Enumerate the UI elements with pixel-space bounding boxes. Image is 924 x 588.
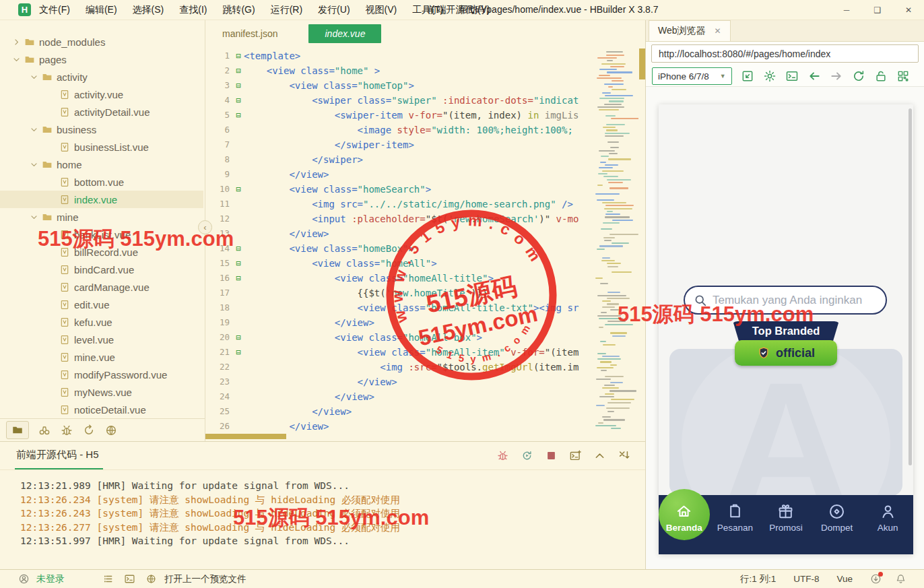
- sidebar-collapse-handle[interactable]: ‹: [198, 220, 212, 234]
- tree-item-level.vue[interactable]: level.vue: [0, 331, 203, 348]
- nav-item-Dompet[interactable]: Dompet: [812, 495, 863, 554]
- nav-item-Akun[interactable]: Akun: [862, 495, 913, 554]
- line-number: 22: [205, 360, 233, 374]
- fold-marker[interactable]: ⊟: [233, 48, 244, 63]
- globe-tool-icon[interactable]: [104, 424, 118, 437]
- bug-icon[interactable]: [496, 449, 509, 462]
- unlock-icon[interactable]: [874, 69, 888, 83]
- fold-marker[interactable]: ⊟: [233, 182, 244, 197]
- fold-marker[interactable]: ⊟: [233, 345, 244, 360]
- menu-item[interactable]: 文件(F): [39, 4, 70, 16]
- minimize-button[interactable]: ─: [831, 0, 862, 20]
- language-mode[interactable]: Vue: [836, 574, 853, 584]
- menu-item[interactable]: 编辑(E): [86, 4, 117, 16]
- bell-icon[interactable]: [895, 573, 906, 585]
- tree-item-noticeDetail.vue[interactable]: noticeDetail.vue: [0, 401, 203, 418]
- sync-tool-icon[interactable]: [82, 424, 96, 437]
- terminal-icon[interactable]: [124, 573, 135, 585]
- fold-marker[interactable]: ⊟: [233, 63, 244, 78]
- refresh-icon[interactable]: [852, 69, 865, 83]
- fold-marker[interactable]: ⊟: [233, 330, 244, 345]
- menu-item[interactable]: 视图(V): [366, 4, 397, 16]
- chevron-up-icon[interactable]: [593, 449, 606, 462]
- open-last-preview[interactable]: 打开上一个预览文件: [164, 573, 246, 585]
- tree-item-activity[interactable]: activity: [0, 68, 203, 86]
- tree-item-cardManage.vue[interactable]: cardManage.vue: [0, 278, 203, 296]
- login-status[interactable]: 未登录: [36, 573, 65, 585]
- nav-item-Beranda[interactable]: Beranda: [659, 495, 710, 554]
- minimap[interactable]: [593, 48, 638, 434]
- tree-item-businessList.vue[interactable]: businessList.vue: [0, 138, 203, 156]
- minimap-line: [611, 399, 634, 400]
- tree-item-mine[interactable]: mine: [0, 208, 203, 226]
- tree-item-bindCard.vue[interactable]: bindCard.vue: [0, 261, 203, 278]
- console-output[interactable]: 12:13:21.989 [HMR] Waiting for update si…: [0, 470, 645, 569]
- tree-item-activityDetail.vue[interactable]: activityDetail.vue: [0, 103, 203, 121]
- official-pill[interactable]: official: [735, 340, 837, 366]
- tree-item-index.vue[interactable]: index.vue: [0, 191, 203, 208]
- fold-marker[interactable]: ⊟: [233, 78, 244, 93]
- tree-item-modifyPassword.vue[interactable]: modifyPassword.vue: [0, 366, 203, 383]
- globe-icon[interactable]: [145, 573, 157, 585]
- tree-item-bankList.vue[interactable]: bankList.vue: [0, 226, 203, 243]
- tree-item-activity.vue[interactable]: activity.vue: [0, 86, 203, 103]
- browser-tab[interactable]: Web浏览器 ✕: [649, 20, 731, 41]
- stop-icon[interactable]: [545, 449, 558, 462]
- fold-marker[interactable]: ⊟: [233, 241, 244, 256]
- device-selector[interactable]: iPhone 6/7/8 ▼: [652, 67, 732, 85]
- tree-item-edit.vue[interactable]: edit.vue: [0, 296, 203, 313]
- fold-marker[interactable]: ⊟: [233, 256, 244, 271]
- close-button[interactable]: ✕: [893, 0, 924, 20]
- fold-marker[interactable]: ⊟: [233, 271, 244, 286]
- browser-tab-close-icon[interactable]: ✕: [715, 26, 721, 36]
- account-icon[interactable]: [18, 573, 30, 585]
- editor-horizontal-scrollbar[interactable]: [205, 434, 286, 439]
- tree-item-node_modules[interactable]: node_modules: [0, 33, 203, 51]
- x-down-icon[interactable]: [618, 449, 630, 462]
- menu-item[interactable]: 运行(R): [271, 4, 302, 16]
- editor-tab-index.vue[interactable]: index.vue: [308, 24, 381, 43]
- url-input[interactable]: [651, 44, 919, 63]
- terminal-icon[interactable]: [785, 69, 799, 83]
- maximize-button[interactable]: ❑: [862, 0, 893, 20]
- restart-icon[interactable]: [521, 449, 533, 462]
- update-icon[interactable]: [870, 573, 882, 585]
- editor-vertical-scrollbar[interactable]: [639, 48, 645, 79]
- terminal-plus-icon[interactable]: [569, 449, 582, 462]
- list-icon[interactable]: [102, 573, 114, 585]
- tree-item-mine.vue[interactable]: mine.vue: [0, 348, 203, 366]
- code-area[interactable]: 1⊟<template>2⊟ <view class="home" >3⊟ <v…: [205, 48, 593, 432]
- menu-item[interactable]: 选择(S): [133, 4, 164, 16]
- open-external-icon[interactable]: [741, 69, 754, 83]
- settings-icon[interactable]: [763, 69, 777, 83]
- tree-item-home[interactable]: home: [0, 156, 203, 173]
- menu-item[interactable]: 查找(I): [179, 4, 207, 16]
- folder-tool-icon[interactable]: [6, 421, 29, 439]
- preview-scrollbar[interactable]: [909, 108, 912, 465]
- cursor-position[interactable]: 行:1 列:1: [740, 573, 776, 585]
- binoculars-tool-icon[interactable]: [38, 424, 51, 437]
- menu-item[interactable]: 帮助(Y): [459, 4, 490, 16]
- app-search-bar[interactable]: Temukan yang Anda inginkan: [684, 286, 887, 315]
- tree-item-billRecord.vue[interactable]: billRecord.vue: [0, 243, 203, 261]
- bug-tool-icon[interactable]: [60, 424, 73, 437]
- tree-item-pages[interactable]: pages: [0, 51, 203, 68]
- menu-item[interactable]: 发行(U): [318, 4, 350, 16]
- tree-item-bottom.vue[interactable]: bottom.vue: [0, 173, 203, 191]
- menu-item[interactable]: 跳转(G): [222, 4, 255, 16]
- tree-item-business[interactable]: business: [0, 121, 203, 138]
- banner-card[interactable]: A: [669, 349, 902, 496]
- nav-item-Promosi[interactable]: Promosi: [760, 495, 812, 554]
- editor-tab-manifest.json[interactable]: manifest.json: [222, 28, 277, 39]
- menu-item[interactable]: 工具(T): [412, 4, 443, 16]
- console-tab[interactable]: 前端开源代码 - H5: [15, 442, 103, 469]
- fold-marker[interactable]: ⊟: [233, 108, 244, 123]
- tree-item-kefu.vue[interactable]: kefu.vue: [0, 313, 203, 331]
- tree-item-myNews.vue[interactable]: myNews.vue: [0, 383, 203, 401]
- back-icon[interactable]: [807, 69, 821, 83]
- encoding[interactable]: UTF-8: [793, 574, 819, 584]
- forward-icon[interactable]: [830, 69, 843, 83]
- nav-item-Pesanan[interactable]: Pesanan: [710, 495, 761, 554]
- qrcode-icon[interactable]: [896, 69, 910, 83]
- fold-marker[interactable]: ⊟: [233, 93, 244, 108]
